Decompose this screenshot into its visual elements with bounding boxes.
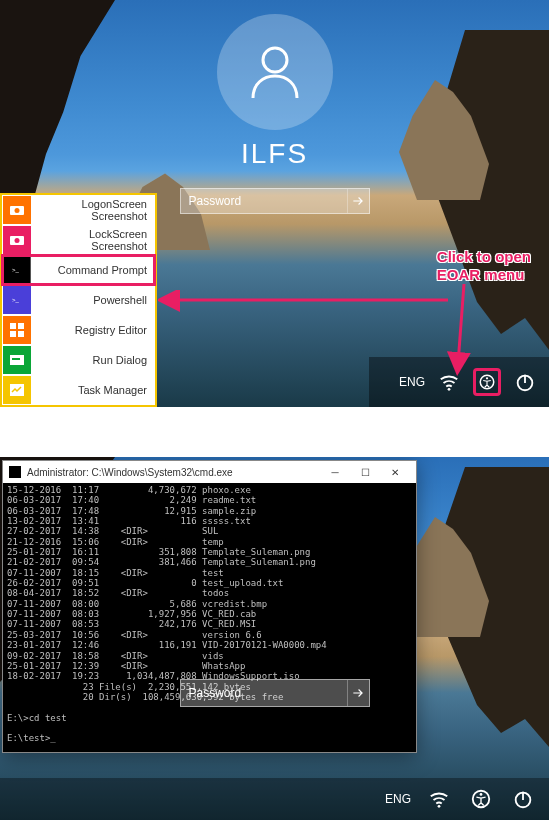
svg-text:>_: >_ bbox=[12, 267, 20, 273]
task-icon bbox=[3, 376, 31, 404]
eoar-menu: LogonScreen Screenshot LockScreen Screen… bbox=[0, 193, 157, 407]
username-label: ILFS bbox=[0, 138, 549, 170]
cmd-window: Administrator: C:\Windows\System32\cmd.e… bbox=[2, 460, 417, 753]
avatar bbox=[217, 14, 333, 130]
menu-item-run-dialog[interactable]: Run Dialog bbox=[2, 345, 155, 375]
arrow-right-icon bbox=[351, 686, 365, 700]
camera-icon bbox=[3, 196, 31, 224]
run-icon bbox=[3, 346, 31, 374]
network-button[interactable] bbox=[425, 785, 453, 813]
arrow-right-icon bbox=[351, 194, 365, 208]
menu-item-logonscreen-screenshot[interactable]: LogonScreen Screenshot bbox=[2, 195, 155, 225]
ease-of-access-button[interactable] bbox=[467, 785, 495, 813]
annotation-arrow bbox=[158, 290, 458, 314]
svg-text:>_: >_ bbox=[12, 297, 20, 303]
menu-item-label: Registry Editor bbox=[32, 324, 155, 336]
menu-item-command-prompt[interactable]: >_ Command Prompt bbox=[2, 255, 155, 285]
power-button[interactable] bbox=[509, 785, 537, 813]
registry-icon bbox=[3, 316, 31, 344]
submit-button[interactable] bbox=[347, 680, 369, 706]
wifi-icon bbox=[428, 788, 450, 810]
ease-of-access-icon bbox=[478, 371, 496, 393]
svg-rect-14 bbox=[12, 358, 20, 360]
menu-item-registry-editor[interactable]: Registry Editor bbox=[2, 315, 155, 345]
password-field-container bbox=[180, 188, 370, 214]
cmd-output[interactable]: 15-12-2016 11:17 4,730,672 phoxo.exe 06-… bbox=[3, 483, 416, 752]
terminal-icon: >_ bbox=[3, 286, 31, 314]
menu-item-task-manager[interactable]: Task Manager bbox=[2, 375, 155, 405]
menu-item-label: LockScreen Screenshot bbox=[32, 228, 155, 252]
power-button[interactable] bbox=[511, 368, 539, 396]
login-screen-bottom: Administrator: C:\Windows\System32\cmd.e… bbox=[0, 457, 549, 820]
menu-item-label: Run Dialog bbox=[32, 354, 155, 366]
submit-button[interactable] bbox=[347, 189, 369, 213]
user-icon bbox=[243, 40, 307, 104]
cmd-title-text: Administrator: C:\Windows\System32\cmd.e… bbox=[27, 467, 320, 478]
power-icon bbox=[512, 788, 534, 810]
svg-rect-11 bbox=[10, 331, 16, 337]
password-field-container bbox=[180, 679, 370, 707]
close-button[interactable]: ✕ bbox=[380, 467, 410, 478]
menu-item-label: Command Prompt bbox=[32, 264, 155, 276]
svg-point-0 bbox=[263, 48, 287, 72]
ease-of-access-icon bbox=[470, 788, 492, 810]
camera-icon bbox=[3, 226, 31, 254]
maximize-button[interactable]: ☐ bbox=[350, 467, 380, 478]
menu-item-powershell[interactable]: >_ Powershell bbox=[2, 285, 155, 315]
svg-point-2 bbox=[15, 208, 20, 213]
language-indicator[interactable]: ENG bbox=[399, 375, 425, 389]
power-icon bbox=[514, 371, 536, 393]
menu-item-label: Task Manager bbox=[32, 384, 155, 396]
password-input[interactable] bbox=[181, 194, 347, 208]
login-screen-top: ILFS LogonScreen Screenshot LockScreen S… bbox=[0, 0, 549, 407]
svg-rect-9 bbox=[10, 323, 16, 329]
svg-point-4 bbox=[15, 238, 20, 243]
cmd-icon bbox=[9, 466, 21, 478]
svg-point-18 bbox=[486, 377, 488, 379]
menu-item-label: Powershell bbox=[32, 294, 155, 306]
language-indicator[interactable]: ENG bbox=[385, 792, 411, 806]
minimize-button[interactable]: ─ bbox=[320, 467, 350, 478]
cmd-titlebar[interactable]: Administrator: C:\Windows\System32\cmd.e… bbox=[3, 461, 416, 483]
password-input[interactable] bbox=[181, 686, 347, 700]
svg-point-21 bbox=[438, 805, 441, 808]
svg-point-16 bbox=[448, 388, 451, 391]
terminal-icon: >_ bbox=[3, 256, 31, 284]
login-bottom-bar: ENG bbox=[0, 778, 549, 820]
svg-point-23 bbox=[480, 793, 483, 796]
annotation-line: Click to open bbox=[437, 248, 531, 266]
menu-item-label: LogonScreen Screenshot bbox=[32, 198, 155, 222]
menu-item-lockscreen-screenshot[interactable]: LockScreen Screenshot bbox=[2, 225, 155, 255]
svg-rect-12 bbox=[18, 331, 24, 337]
svg-rect-10 bbox=[18, 323, 24, 329]
annotation-text: Click to open EOAR menu bbox=[437, 248, 531, 284]
